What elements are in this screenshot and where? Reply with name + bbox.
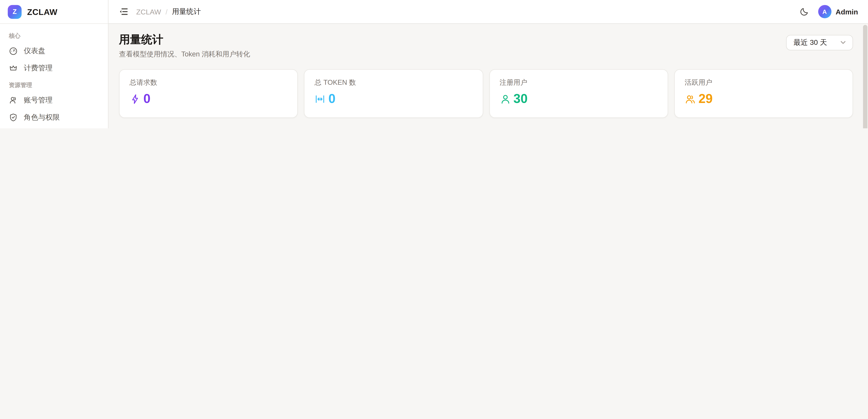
sidebar-item-dashboard[interactable]: 仪表盘 [0, 43, 108, 60]
stat-card-0: 总请求数0 [119, 69, 298, 118]
moon-icon[interactable] [799, 7, 809, 17]
sidebar: Z ZCLAW 核心仪表盘计费管理资源管理账号管理角色与权限模型服务Agent … [0, 0, 108, 128]
app-root: Z ZCLAW 核心仪表盘计费管理资源管理账号管理角色与权限模型服务Agent … [0, 0, 868, 128]
nav-section-label: 资源管理 [0, 77, 108, 92]
token-width-icon [315, 93, 326, 104]
users-icon [9, 96, 18, 105]
page-title: 用量统计 [119, 33, 250, 46]
sidebar-item-label: 仪表盘 [24, 46, 45, 56]
main-content: 用量统计 查看模型使用情况、Token 消耗和用户转化 最近 30 天 总请求数… [108, 24, 868, 128]
collapse-sidebar-icon[interactable] [118, 7, 128, 17]
sidebar-item-accounts[interactable]: 账号管理 [0, 92, 108, 109]
logo-row[interactable]: Z ZCLAW [0, 0, 108, 24]
sidebar-nav: 核心仪表盘计费管理资源管理账号管理角色与权限模型服务Agent 模板API 密钥… [0, 24, 108, 128]
breadcrumb-current: 用量统计 [172, 7, 201, 17]
nav-section-label: 核心 [0, 27, 108, 42]
gauge-icon [9, 47, 18, 56]
stat-label: 注册用户 [500, 78, 658, 88]
breadcrumb: ZCLAW / 用量统计 [136, 7, 201, 17]
sidebar-item-roles[interactable]: 角色与权限 [0, 109, 108, 126]
sidebar-item-label: 账号管理 [24, 95, 53, 105]
scrollbar-thumb[interactable] [863, 25, 867, 128]
stat-label: 总请求数 [129, 78, 287, 88]
page-head: 用量统计 查看模型使用情况、Token 消耗和用户转化 最近 30 天 [119, 33, 853, 59]
stat-card-1: 总 TOKEN 数0 [304, 69, 483, 118]
stat-value: 0 [329, 93, 336, 105]
stat-card-2: 注册用户30 [489, 69, 668, 118]
stat-label: 活跃用户 [685, 78, 843, 88]
stat-value: 0 [144, 93, 151, 105]
sidebar-item-billing[interactable]: 计费管理 [0, 60, 108, 77]
stats-row: 总请求数0总 TOKEN 数0注册用户30活跃用户29 [119, 69, 853, 118]
app-logo: Z [8, 5, 22, 19]
app-title: ZCLAW [27, 7, 58, 16]
stat-card-3: 活跃用户29 [674, 69, 853, 118]
bolt-icon [129, 93, 141, 104]
date-range-value: 最近 30 天 [794, 38, 827, 48]
stat-value: 30 [514, 93, 528, 105]
user-icon [500, 93, 511, 104]
stat-label: 总 TOKEN 数 [315, 78, 472, 88]
breadcrumb-separator: / [166, 7, 168, 16]
breadcrumb-root[interactable]: ZCLAW [136, 7, 161, 16]
page-subtitle: 查看模型使用情况、Token 消耗和用户转化 [119, 50, 250, 59]
sidebar-item-label: 计费管理 [24, 63, 53, 73]
date-range-select[interactable]: 最近 30 天 [786, 35, 853, 50]
user-avatar[interactable]: A [818, 5, 831, 19]
stat-value: 29 [699, 93, 713, 105]
crown-icon [9, 64, 18, 72]
user-name[interactable]: Admin [836, 7, 858, 16]
chevron-down-icon [840, 40, 846, 46]
topbar: ZCLAW / 用量统计 A Admin [108, 0, 868, 24]
shield-check-icon [9, 113, 18, 122]
users-duo-icon [685, 93, 696, 104]
sidebar-item-model-service[interactable]: 模型服务 [0, 126, 108, 128]
sidebar-item-label: 角色与权限 [24, 112, 60, 122]
